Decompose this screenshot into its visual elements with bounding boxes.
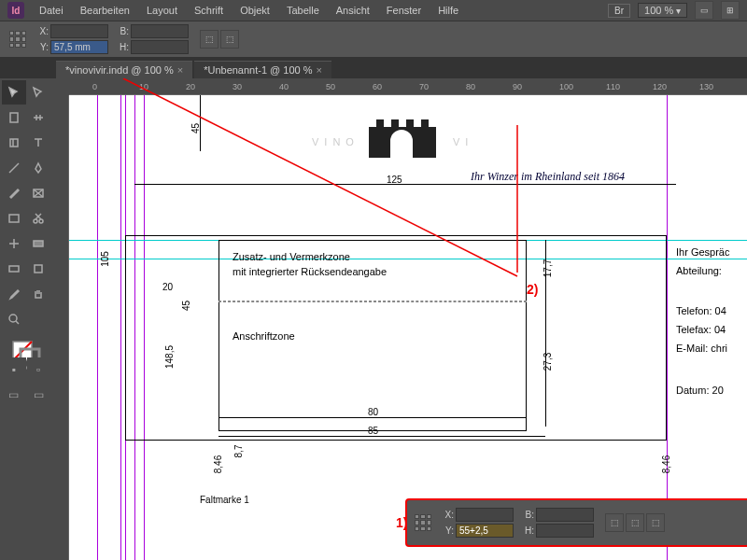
dim-label: 148,5 [164,345,175,369]
svg-point-4 [39,219,43,223]
gap-tool[interactable] [27,105,51,130]
pencil-tool[interactable] [2,181,26,205]
dim-label: 45 [181,301,191,311]
align-icon[interactable]: ⬚ [626,513,644,532]
b-label: B: [116,26,129,36]
x-label: X: [35,26,49,36]
document-canvas[interactable]: VINOVI Ihr Winzer im Rheinland seit 1864… [69,95,747,560]
svg-rect-6 [9,266,19,272]
align-icon[interactable]: ⬚ [605,513,624,532]
close-icon[interactable]: × [317,64,322,76]
zone-label: Anschriftzone [233,330,295,342]
menu-fenster[interactable]: Fenster [379,3,429,18]
right-text: Telefax: 04 [676,324,726,335]
control-bar: X: Y: B: H: ⬚ ⬚ [0,21,747,58]
scissors-tool[interactable] [27,206,51,231]
annotation-2: 2) [527,282,538,297]
right-text: Datum: 20 [676,385,724,396]
rectangle-frame-tool[interactable] [27,181,51,205]
dim-label: 8,46 [661,455,671,473]
float-x-input[interactable] [456,508,514,522]
line-tool[interactable] [2,156,26,180]
gradient-feather-tool[interactable] [2,257,26,281]
transform-tool[interactable] [2,231,26,256]
content-tool[interactable] [2,131,26,155]
rectangle-tool[interactable] [2,206,26,231]
dim-label: 80 [368,407,378,417]
svg-point-3 [34,219,37,223]
svg-rect-2 [9,215,19,222]
direct-selection-tool[interactable] [27,80,51,105]
close-icon[interactable]: × [177,64,183,76]
tab-unbenannt[interactable]: *Unbenannt-1 @ 100 %× [194,61,331,78]
menu-objekt[interactable]: Objekt [233,3,277,18]
screen-mode-icon[interactable]: ▭ [695,1,713,20]
page-tool[interactable] [2,105,26,130]
gradient-tool[interactable] [27,231,51,256]
reference-point[interactable] [9,31,26,48]
app-icon: Id [7,2,24,19]
menu-schrift[interactable]: Schrift [187,3,231,18]
hand-tool[interactable] [27,282,51,306]
x-input[interactable] [50,24,108,38]
right-text: E-Mail: chri [676,343,727,354]
dim-label: 105 [100,251,110,267]
selection-tool[interactable] [2,80,26,105]
reference-point[interactable] [415,514,431,531]
h-input[interactable] [131,40,189,54]
document-tabs: *vinovivir.indd @ 100 %× *Unbenannt-1 @ … [0,58,747,78]
dim-label: 27,3 [543,353,553,371]
h-label: H: [116,42,129,52]
right-text: Ihr Gespräc [676,246,729,258]
zone-label: mit integrierter Rücksendeangabe [233,266,387,277]
menu-ansicht[interactable]: Ansicht [329,3,377,18]
menu-hilfe[interactable]: Hilfe [430,3,466,18]
right-text: Telefon: 04 [676,305,726,316]
tagline: Ihr Winzer im Rheinland seit 1864 [471,170,625,184]
faltmarke-label: Faltmarke 1 [200,495,249,505]
horizontal-ruler[interactable]: 0 10 20 30 40 50 60 70 80 90 100 110 120… [69,78,747,95]
b-input[interactable] [131,24,189,38]
y-label: Y: [35,42,49,52]
tool-panel: ▪ ▫ ▭ ▭ [0,78,52,560]
distribute-icon[interactable]: ⬚ [220,30,239,49]
svg-rect-5 [34,241,43,246]
zone-label: Zusatz- und Vermerkzone [233,251,350,262]
screen-tool[interactable]: ▭ [27,383,51,407]
arrange-icon[interactable]: ⊞ [721,1,740,20]
color-apply-tool2[interactable]: ▫ [27,357,51,382]
svg-rect-7 [35,265,42,273]
menu-bar: Id Datei Bearbeiten Layout Schrift Objek… [0,0,747,21]
zoom-tool[interactable] [2,307,26,331]
zoom-dropdown[interactable]: 100 % ▾ [638,3,687,18]
canvas-area[interactable]: 0 10 20 30 40 50 60 70 80 90 100 110 120… [52,78,747,560]
dim-label: 17,7 [543,259,553,277]
dim-label: 85 [368,426,378,436]
dim-label: 8,7 [233,445,244,458]
floating-transform-panel[interactable]: X: Y: B: H: ⬚ ⬚ ⬚ [405,498,747,547]
tab-vinovivir[interactable]: *vinovivir.indd @ 100 %× [56,61,192,78]
pen-tool[interactable] [27,156,51,180]
menu-datei[interactable]: Datei [32,3,71,18]
dim-label: 20 [162,282,173,292]
bridge-button[interactable]: Br [608,4,630,18]
note-tool[interactable] [27,257,51,281]
float-b-input[interactable] [536,508,594,522]
svg-point-8 [9,315,17,322]
menu-bearbeiten[interactable]: Bearbeiten [73,3,137,18]
type-tool[interactable] [27,131,51,155]
align-icon[interactable]: ⬚ [646,513,665,532]
float-y-input[interactable] [456,524,514,538]
align-icon[interactable]: ⬚ [200,30,218,49]
y-input[interactable] [50,40,108,54]
view-mode-tool[interactable]: ▭ [2,383,26,407]
eyedropper-tool[interactable] [2,282,26,306]
right-text: Abteilung: [676,265,722,276]
brand-title: VINOVI [312,105,473,158]
color-apply-tool[interactable]: ▪ [2,357,26,382]
menu-tabelle[interactable]: Tabelle [279,3,327,18]
menu-layout[interactable]: Layout [139,3,185,18]
float-h-input[interactable] [536,524,594,538]
vertical-ruler[interactable] [52,95,69,560]
svg-rect-0 [10,113,18,122]
